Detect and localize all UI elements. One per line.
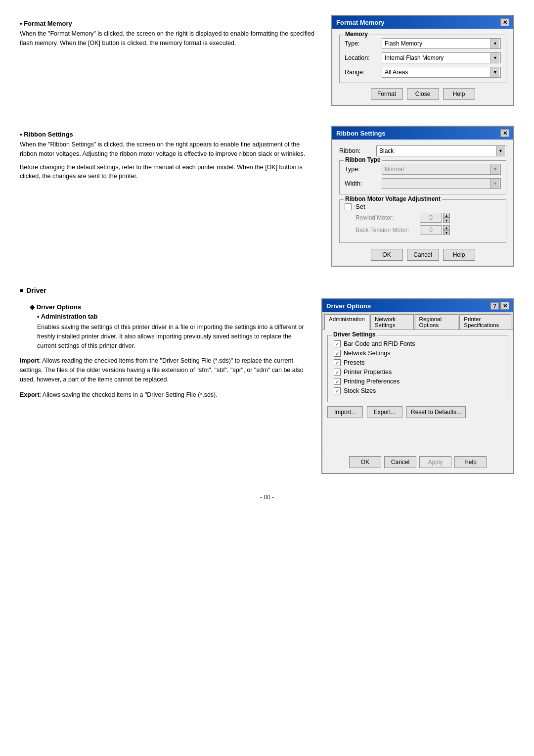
set-label: Set (356, 203, 365, 210)
checkbox-item-5: ✓Stock Sizes (334, 387, 502, 394)
ribbon-type-arrow-icon[interactable]: ▼ (490, 164, 499, 174)
rewind-motor-spinners: ▲ ▼ (443, 213, 450, 223)
tab-administration[interactable]: Administration (324, 314, 369, 330)
ribbon-type-select[interactable]: Normal ▼ (382, 164, 501, 175)
format-memory-title: Format Memory (336, 19, 385, 26)
checkbox-4[interactable]: ✓ (334, 378, 341, 385)
checkbox-label-5: Stock Sizes (344, 387, 376, 394)
driver-dialog-help-icon[interactable]: ? (490, 302, 499, 310)
checkbox-0[interactable]: ✓ (334, 340, 341, 347)
export-title: Export (20, 391, 40, 398)
back-tension-motor-up-icon[interactable]: ▲ (443, 225, 450, 230)
ribbon-width-select[interactable]: ▼ (382, 178, 501, 189)
driver-cancel-button[interactable]: Cancel (384, 456, 416, 468)
import-button[interactable]: Import... (327, 406, 363, 418)
rewind-motor-down-icon[interactable]: ▼ (443, 218, 450, 223)
ribbon-settings-bullet-title: Ribbon Settings (20, 131, 316, 138)
close-button[interactable]: Close (407, 88, 439, 100)
ribbon-motor-group: Ribbon Motor Voltage Adjustment Set Rewi… (339, 199, 506, 243)
location-select-arrow-icon[interactable]: ▼ (490, 53, 499, 63)
driver-header: Driver (20, 286, 514, 294)
checkbox-5[interactable]: ✓ (334, 387, 341, 394)
back-tension-motor-row: Back Tension Motor: ▲ ▼ (345, 225, 501, 235)
memory-legend: Memory (344, 31, 369, 38)
rewind-motor-up-icon[interactable]: ▲ (443, 213, 450, 218)
driver-ok-button[interactable]: OK (349, 456, 381, 468)
checkbox-3[interactable]: ✓ (334, 369, 341, 376)
driver-options-title-text: Driver Options (326, 302, 371, 310)
ribbon-settings-titlebar: Ribbon Settings ✕ (332, 127, 513, 140)
ribbon-settings-close-icon[interactable]: ✕ (500, 129, 509, 137)
ribbon-ok-button[interactable]: OK (371, 249, 403, 261)
checkbox-label-2: Presets (344, 359, 364, 366)
checkbox-item-4: ✓Printing Preferences (334, 378, 502, 385)
location-label: Location: (345, 54, 382, 61)
range-row: Range: All Areas ▼ (345, 67, 501, 78)
tab-network-settings[interactable]: Network Settings (370, 314, 414, 330)
type-label: Type: (345, 40, 382, 47)
back-tension-motor-down-icon[interactable]: ▼ (443, 230, 450, 235)
set-checkbox[interactable] (345, 203, 352, 210)
ribbon-settings-title: Ribbon Settings (336, 130, 386, 137)
reset-to-defaults-button[interactable]: Reset to Defaults... (406, 406, 466, 418)
location-select[interactable]: Internal Flash Memory ▼ (382, 52, 501, 63)
ribbon-type-fieldgroup: Ribbon Type Type: Normal ▼ Width: ▼ (339, 160, 506, 194)
rewind-motor-input[interactable] (420, 213, 442, 223)
checkbox-item-2: ✓Presets (334, 359, 502, 366)
ribbon-settings-body1: When the "Ribbon Settings" is clicked, t… (20, 140, 316, 159)
format-memory-dialog: Format Memory ✕ Memory Type: Flash Memor… (331, 15, 514, 106)
driver-section: Driver Driver Options Administration tab… (20, 286, 514, 474)
rewind-motor-label: Rewind Motor: (356, 214, 420, 221)
rewind-motor-row: Rewind Motor: ▲ ▼ (345, 213, 501, 223)
ribbon-motor-legend: Ribbon Motor Voltage Adjustment (344, 195, 442, 202)
checkbox-item-0: ✓Bar Code and RFID Fonts (334, 340, 502, 347)
driver-bottom-buttons: OK Cancel Apply Help (322, 452, 513, 473)
format-button[interactable]: Format (371, 88, 403, 100)
type-select-arrow-icon[interactable]: ▼ (490, 39, 499, 48)
help-button[interactable]: Help (443, 88, 475, 100)
driver-options-dialog: Driver Options ? ✕ Administration Networ… (321, 298, 514, 474)
back-tension-motor-spinners: ▲ ▼ (443, 225, 450, 235)
export-button[interactable]: Export... (367, 406, 402, 418)
export-item: Export: Allows saving the checked items … (20, 390, 307, 400)
ribbon-width-arrow-icon[interactable]: ▼ (490, 179, 499, 189)
ribbon-select-arrow-icon[interactable]: ▼ (496, 146, 505, 156)
checkbox-1[interactable]: ✓ (334, 350, 341, 357)
tab-printer-specifications[interactable]: Printer Specifications (459, 314, 511, 330)
ribbon-type-legend: Ribbon Type (344, 156, 382, 163)
ribbon-select-value: Black (378, 147, 394, 154)
ribbon-select[interactable]: Black ▼ (376, 145, 506, 156)
checkbox-label-1: Network Settings (344, 350, 390, 357)
driver-action-buttons: Import... Export... Reset to Defaults... (322, 406, 513, 422)
checkbox-2[interactable]: ✓ (334, 359, 341, 366)
location-select-value: Internal Flash Memory (383, 54, 444, 61)
ribbon-row: Ribbon: Black ▼ (339, 145, 506, 156)
checkbox-item-1: ✓Network Settings (334, 350, 502, 357)
ribbon-settings-buttons: OK Cancel Help (339, 249, 506, 261)
back-tension-motor-input[interactable] (420, 225, 442, 235)
driver-apply-button[interactable]: Apply (419, 456, 451, 468)
ribbon-type-select-value: Normal (383, 166, 404, 173)
type-select[interactable]: Flash Memory ▼ (382, 38, 501, 49)
checkbox-label-3: Printer Properties (344, 369, 392, 376)
location-row: Location: Internal Flash Memory ▼ (345, 52, 501, 63)
memory-fieldgroup: Memory Type: Flash Memory ▼ Location: In… (339, 35, 506, 83)
driver-options-titlebar: Driver Options ? ✕ (322, 299, 513, 312)
ribbon-cancel-button[interactable]: Cancel (407, 249, 439, 261)
checkbox-list: ✓Bar Code and RFID Fonts✓Network Setting… (334, 340, 502, 394)
range-select[interactable]: All Areas ▼ (382, 67, 501, 78)
ribbon-width-label: Width: (345, 180, 382, 187)
tab-regional-options[interactable]: Regional Options (415, 314, 459, 330)
driver-help-button[interactable]: Help (454, 456, 487, 468)
ribbon-label: Ribbon: (339, 147, 376, 154)
format-memory-close-icon[interactable]: ✕ (500, 18, 509, 26)
driver-dialog-close-icon[interactable]: ✕ (500, 302, 509, 310)
ribbon-help-button[interactable]: Help (443, 249, 475, 261)
export-body: Allows saving the checked items in a "Dr… (43, 391, 218, 398)
back-tension-motor-label: Back Tension Motor: (356, 227, 420, 234)
driver-settings-legend: Driver Settings (332, 331, 377, 338)
range-select-arrow-icon[interactable]: ▼ (490, 67, 499, 77)
import-item: Import: Allows reading the checked items… (20, 356, 307, 384)
admin-tab-title: Administration tab (20, 313, 307, 320)
page-number: - 80 - (20, 494, 514, 501)
